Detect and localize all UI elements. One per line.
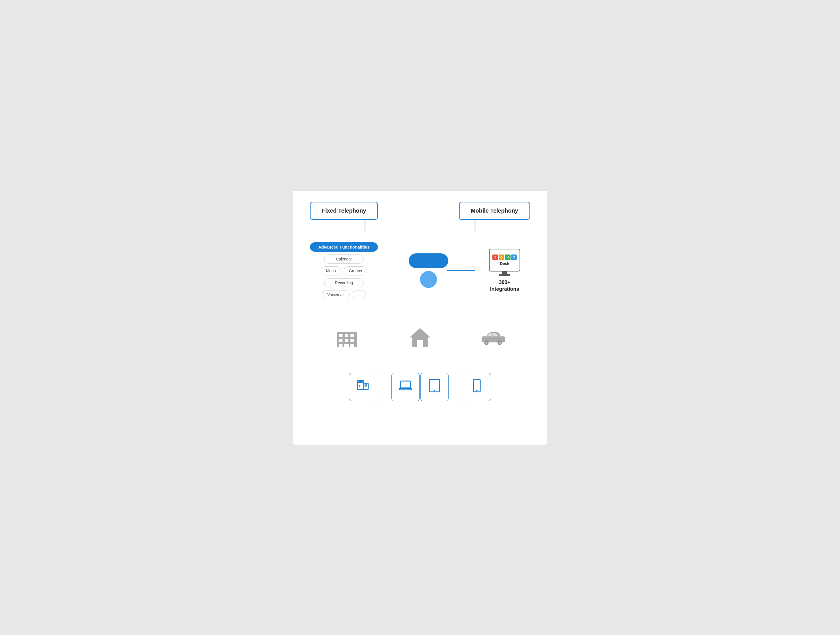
v-connector-bottom — [420, 353, 420, 373]
zoho-logo: Z O H O — [493, 255, 517, 260]
car-icon — [480, 325, 506, 350]
laptop-icon — [398, 378, 413, 396]
tablet-icon — [428, 378, 441, 396]
advanced-functionalities-label: Advanced Functionalities — [310, 242, 378, 252]
svg-rect-12 — [351, 344, 354, 347]
svg-point-35 — [434, 390, 435, 391]
svg-rect-6 — [345, 334, 348, 337]
advanced-panel: Advanced Functionalities Calendar Menu G… — [310, 242, 378, 299]
fixed-telephony-box: Fixed Telephony — [310, 202, 378, 220]
middle-row-wrapper: Advanced Functionalities Calendar Menu G… — [310, 242, 530, 299]
connector-phone-laptop — [377, 387, 392, 387]
svg-rect-15 — [417, 340, 423, 347]
voicemail-pill: Voicemail — [322, 290, 350, 299]
recording-row: Recording — [310, 278, 378, 287]
monitor-screen: Z O H O Desk — [489, 249, 520, 271]
integrations-label: 300+ Integrations — [490, 279, 519, 293]
svg-rect-34 — [429, 379, 439, 392]
mobile-telephony-label: Mobile Telephony — [471, 207, 518, 214]
connector-tablet-mobile — [448, 387, 463, 387]
svg-rect-9 — [345, 339, 348, 342]
home-icon — [407, 325, 433, 350]
desk-phone-box — [349, 373, 377, 401]
calendar-row: Calendar — [310, 255, 378, 264]
svg-rect-7 — [351, 334, 354, 337]
zoho-monitor: Z O H O Desk — [489, 249, 520, 276]
pbx-dot — [420, 271, 437, 288]
integrations-panel: Z O H O Desk 300+ Integrations — [479, 249, 530, 293]
top-row: Fixed Telephony Mobile Telephony — [310, 202, 530, 220]
tree-connector — [310, 220, 530, 242]
pbx-pill — [409, 253, 448, 268]
svg-rect-8 — [339, 339, 343, 342]
desk-label: Desk — [500, 261, 509, 266]
svg-point-20 — [499, 342, 501, 344]
v-connector-mid — [420, 299, 420, 322]
locations-row — [310, 325, 530, 350]
menu-groups-row: Menu Groups — [310, 266, 378, 276]
svg-rect-32 — [399, 388, 412, 390]
recording-pill: Recording — [324, 278, 364, 287]
svg-rect-11 — [339, 344, 343, 347]
t-connector — [420, 377, 420, 397]
groups-pill: Groups — [344, 266, 367, 276]
zoho-o: O — [499, 255, 504, 260]
svg-point-18 — [486, 342, 488, 344]
monitor-base — [499, 274, 510, 276]
office-icon — [334, 325, 360, 350]
zoho-h: H — [505, 255, 510, 260]
devices-row — [310, 373, 530, 401]
diagram-container: Fixed Telephony Mobile Telephony Advance… — [293, 190, 547, 445]
svg-rect-24 — [358, 381, 363, 383]
voicemail-more-row: Voicemail ... — [310, 290, 378, 299]
laptop-box — [392, 373, 420, 401]
mobile-icon — [472, 378, 482, 396]
monitor-stand — [502, 271, 507, 274]
fixed-telephony-label: Fixed Telephony — [322, 207, 366, 214]
zoho-o2: O — [511, 255, 517, 260]
more-pill: ... — [352, 290, 366, 299]
menu-pill: Menu — [321, 266, 341, 276]
svg-rect-13 — [344, 344, 349, 347]
svg-rect-5 — [339, 334, 343, 337]
mobile-telephony-box: Mobile Telephony — [459, 202, 530, 220]
tablet-box — [420, 373, 448, 401]
mobile-box — [463, 373, 491, 401]
middle-row: Advanced Functionalities Calendar Menu G… — [310, 242, 530, 299]
calendar-pill: Calendar — [324, 255, 364, 264]
desk-phone-icon — [356, 378, 371, 396]
svg-point-37 — [476, 390, 478, 391]
svg-rect-31 — [401, 381, 411, 388]
t-connector-up — [420, 377, 420, 397]
pbx-node — [409, 253, 448, 288]
svg-rect-10 — [351, 339, 354, 342]
h-connector-line — [447, 270, 475, 271]
zoho-z: Z — [493, 255, 498, 260]
tree-connector-svg — [310, 220, 530, 242]
